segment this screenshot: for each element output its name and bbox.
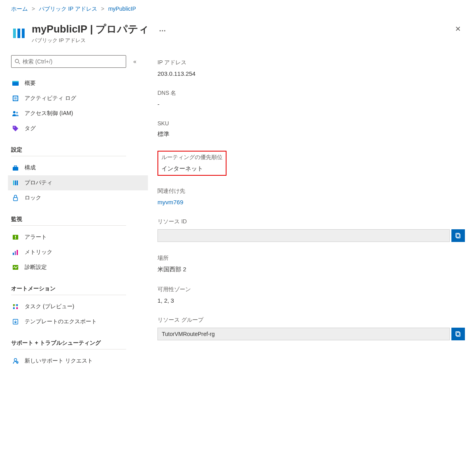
svg-rect-23 [15, 238, 16, 239]
sidebar-item-metrics[interactable]: メトリック [8, 245, 148, 260]
section-heading-settings: 設定 [11, 146, 126, 156]
svg-rect-18 [15, 180, 16, 185]
sidebar-item-label: アクセス制御 (IAM) [25, 110, 73, 117]
copy-icon [455, 331, 461, 337]
resource-group-input[interactable] [157, 328, 450, 340]
field-value-sku: 標準 [157, 131, 465, 138]
sidebar-item-tags[interactable]: タグ [8, 121, 148, 136]
field-label-resource-group: リソース グループ [157, 317, 465, 324]
field-label-dns: DNS 名 [157, 90, 465, 97]
sidebar-item-label: プロパティ [25, 179, 52, 186]
sidebar-item-export-template[interactable]: テンプレートのエクスポート [8, 314, 148, 329]
search-input[interactable] [23, 58, 123, 65]
field-label-sku: SKU [157, 120, 465, 127]
svg-point-36 [14, 359, 17, 361]
field-label-location: 場所 [157, 255, 465, 262]
search-icon [15, 59, 20, 64]
sidebar-item-diagnostic[interactable]: 診断設定 [8, 260, 148, 275]
sidebar-item-alerts[interactable]: アラート [8, 230, 148, 245]
field-value-associated-link[interactable]: myvm769 [157, 199, 465, 205]
sidebar-item-label: タスク (プレビュー) [25, 303, 74, 310]
resource-id-input[interactable] [157, 229, 450, 242]
lock-icon [12, 194, 19, 202]
breadcrumb-home[interactable]: ホーム [11, 6, 28, 12]
properties-icon [12, 179, 19, 186]
sidebar-item-tasks[interactable]: タスク (プレビュー) [8, 299, 148, 314]
sidebar-item-new-support[interactable]: 新しいサポート リクエスト [8, 353, 148, 369]
sidebar-item-configuration[interactable]: 構成 [8, 160, 148, 175]
svg-rect-30 [13, 307, 15, 309]
copy-resource-id-button[interactable] [451, 229, 465, 242]
sidebar-item-overview[interactable]: 概要 [8, 76, 148, 91]
sidebar-item-label: ロック [25, 194, 41, 202]
svg-rect-31 [16, 307, 18, 309]
sidebar-item-label: 診断設定 [25, 264, 47, 271]
svg-rect-22 [15, 236, 16, 238]
sidebar: « 概要 アクティビティ ログ アクセス制御 (IAM) タグ 設 [11, 55, 148, 369]
sidebar-item-properties[interactable]: プロパティ [8, 175, 148, 190]
svg-rect-1 [17, 29, 20, 38]
chevron-right-icon: > [101, 6, 104, 12]
toolbox-icon [12, 164, 19, 171]
sidebar-item-label: メトリック [25, 249, 52, 256]
field-label-associated: 関連付け先 [157, 188, 465, 195]
svg-point-12 [13, 111, 15, 113]
search-input-wrapper[interactable] [11, 55, 126, 68]
svg-rect-2 [22, 29, 25, 38]
export-icon [12, 318, 19, 325]
svg-line-4 [19, 63, 20, 64]
sidebar-item-locks[interactable]: ロック [8, 190, 148, 205]
activity-log-icon [12, 95, 19, 102]
collapse-sidebar-button[interactable]: « [133, 58, 136, 65]
field-label-ip: IP アドレス [157, 59, 465, 66]
sidebar-item-label: 新しいサポート リクエスト [25, 357, 93, 365]
copy-icon [455, 232, 461, 239]
alert-icon [12, 234, 19, 241]
page-title: myPublicIP | プロパティ [32, 22, 149, 36]
svg-rect-15 [13, 167, 18, 171]
metrics-icon [12, 249, 19, 256]
overview-icon [12, 80, 19, 87]
field-value-ip: 203.0.113.254 [157, 70, 465, 77]
field-value-availability-zone: 1, 2, 3 [157, 297, 465, 304]
routing-preference-highlight: ルーティングの優先順位 インターネット [157, 151, 226, 176]
sidebar-item-label: アラート [25, 234, 47, 241]
svg-rect-0 [13, 29, 16, 38]
page-subtitle: パブリック IP アドレス [32, 37, 451, 44]
svg-point-13 [16, 112, 18, 114]
sidebar-item-label: 概要 [25, 80, 36, 87]
svg-rect-19 [17, 180, 18, 185]
sidebar-item-activity-log[interactable]: アクティビティ ログ [8, 91, 148, 106]
svg-rect-24 [13, 253, 14, 255]
breadcrumb-current[interactable]: myPublicIP [108, 6, 136, 12]
sidebar-item-label: タグ [25, 125, 36, 132]
field-label-resource-id: リソース ID [157, 218, 465, 225]
field-value-routing-pref: インターネット [161, 165, 223, 173]
section-heading-monitoring: 監視 [11, 216, 126, 226]
support-icon [12, 357, 19, 365]
svg-rect-17 [13, 180, 14, 185]
sidebar-item-iam[interactable]: アクセス制御 (IAM) [8, 106, 148, 121]
field-value-dns: - [157, 101, 465, 107]
close-button[interactable]: ✕ [451, 22, 465, 36]
resource-icon [11, 25, 27, 41]
svg-point-14 [13, 127, 14, 127]
page-header: myPublicIP | プロパティ … パブリック IP アドレス ✕ [0, 17, 476, 44]
copy-resource-group-button[interactable] [451, 328, 465, 340]
section-heading-automation: オートメーション [11, 285, 126, 295]
diagnostic-icon [12, 264, 19, 271]
field-value-location: 米国西部 2 [157, 266, 465, 273]
svg-rect-26 [17, 250, 18, 255]
sidebar-item-label: 構成 [25, 164, 36, 171]
section-heading-support: サポート + トラブルシューティング [11, 340, 126, 349]
breadcrumb-parent[interactable]: パブリック IP アドレス [39, 6, 97, 12]
more-actions-button[interactable]: … [159, 25, 167, 33]
tasks-icon [12, 303, 19, 310]
sidebar-item-label: テンプレートのエクスポート [25, 318, 97, 325]
svg-rect-29 [16, 304, 18, 306]
svg-point-3 [15, 59, 19, 63]
svg-rect-6 [12, 81, 19, 82]
svg-rect-20 [13, 198, 17, 201]
tag-icon [12, 125, 19, 132]
svg-rect-16 [14, 166, 17, 167]
